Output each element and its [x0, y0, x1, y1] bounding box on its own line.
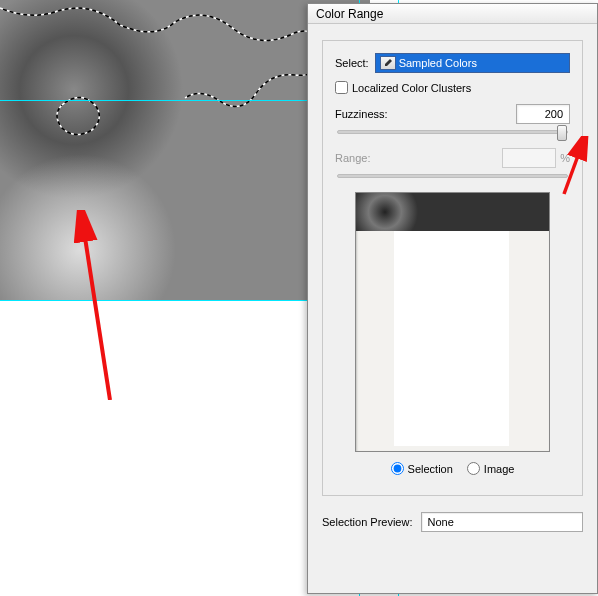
fuzziness-slider-thumb[interactable]	[557, 125, 567, 141]
preview-mode-selection[interactable]: Selection	[391, 462, 453, 475]
preview-mode-selection-label: Selection	[408, 463, 453, 475]
select-label: Select:	[335, 57, 369, 69]
fuzziness-label: Fuzziness:	[335, 108, 388, 120]
localized-clusters-label[interactable]: Localized Color Clusters	[352, 82, 471, 94]
range-input	[502, 148, 556, 168]
fuzziness-slider[interactable]	[337, 130, 568, 134]
preview-selection-mask	[394, 231, 509, 446]
dialog-title[interactable]: Color Range	[308, 4, 597, 24]
color-range-options-group: Select: Sampled Colors Localized Color C…	[322, 40, 583, 496]
preview-mode-selection-radio[interactable]	[391, 462, 404, 475]
guide-horizontal[interactable]	[0, 300, 360, 301]
range-label: Range:	[335, 152, 370, 164]
range-unit: %	[560, 152, 570, 164]
fuzziness-input[interactable]	[516, 104, 570, 124]
color-range-dialog: Color Range Select: Sampled Colors Local…	[307, 3, 598, 594]
select-dropdown[interactable]: Sampled Colors	[375, 53, 570, 73]
selection-preview-value: None	[428, 516, 454, 528]
preview-mode-image[interactable]: Image	[467, 462, 515, 475]
selection-preview-label: Selection Preview:	[322, 516, 413, 528]
preview-clouds-strip	[356, 193, 549, 231]
eyedropper-icon	[380, 56, 396, 70]
range-slider	[337, 174, 568, 178]
select-value: Sampled Colors	[399, 57, 477, 69]
selection-preview-dropdown[interactable]: None	[421, 512, 584, 532]
preview-mode-image-radio[interactable]	[467, 462, 480, 475]
localized-clusters-checkbox[interactable]	[335, 81, 348, 94]
preview-mode-image-label: Image	[484, 463, 515, 475]
selection-preview-thumbnail[interactable]	[355, 192, 550, 452]
